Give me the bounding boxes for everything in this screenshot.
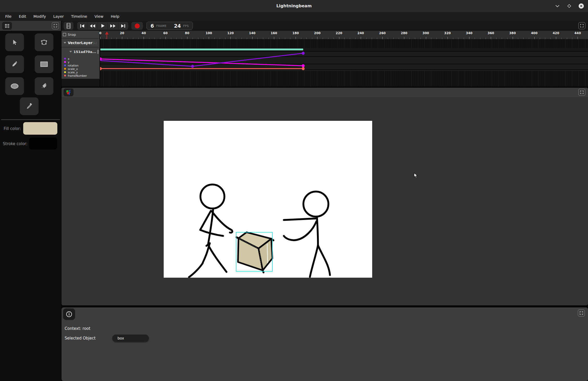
- ruler-label: 320: [444, 31, 451, 35]
- timeline-expand-button[interactable]: [578, 22, 585, 29]
- select-tool-button[interactable]: [5, 33, 24, 51]
- menu-item-file[interactable]: File: [2, 12, 15, 21]
- timeline-header: 6 FRAME 24 FPS: [62, 21, 588, 31]
- maximize-icon[interactable]: [566, 3, 572, 9]
- ruler-tick: [230, 37, 231, 39]
- ruler-label: 60: [163, 31, 168, 35]
- stage-drawing: [164, 121, 372, 278]
- sidebar-header: [0, 21, 61, 31]
- ruler-tick: [209, 37, 209, 39]
- ellipse-icon: [10, 83, 19, 89]
- property-scale_x[interactable]: scale_x: [62, 67, 100, 70]
- menu-item-help[interactable]: Help: [107, 12, 123, 21]
- timeline-ruler[interactable]: 0204060801001201401601802002202402602803…: [100, 31, 588, 39]
- property-color-dot: [64, 68, 66, 70]
- artboard[interactable]: [164, 121, 372, 278]
- mouse-cursor: [414, 173, 418, 178]
- selected-object-label: Selected Object: [65, 336, 96, 341]
- pencil-icon: [11, 61, 18, 68]
- timeline-tracks[interactable]: 0204060801001201401601802002202402602803…: [100, 31, 588, 87]
- frame-value: 6: [151, 23, 154, 29]
- skip-to-start-button[interactable]: [77, 22, 87, 30]
- object-name: 151ad70a...: [74, 50, 96, 54]
- transform-tool-button[interactable]: [35, 33, 53, 51]
- ruler-label: 440: [574, 31, 581, 35]
- property-rotation[interactable]: rotation: [62, 64, 100, 67]
- property-list: xyrotationscale_xscale_yframeNumber: [62, 57, 100, 77]
- menu-item-layer[interactable]: Layer: [50, 12, 67, 21]
- rectangle-icon: [40, 61, 48, 67]
- ruler-tick: [513, 37, 513, 39]
- property-color-dot: [64, 75, 66, 76]
- canvas-panel: [62, 88, 588, 305]
- selected-object-input[interactable]: box: [112, 335, 149, 342]
- expand-icon: [54, 24, 57, 27]
- skip-start-icon: [80, 24, 85, 28]
- ruler-tick: [317, 37, 317, 39]
- shapes-panel-button[interactable]: [64, 88, 74, 96]
- left-stick-figure[interactable]: [189, 184, 232, 277]
- menu-item-timeline[interactable]: Timeline: [68, 12, 91, 21]
- sidebar-expand-button[interactable]: [52, 22, 59, 29]
- ruler-label: 280: [401, 31, 407, 35]
- close-icon[interactable]: [578, 3, 584, 9]
- fps-label: FPS: [183, 24, 189, 27]
- shapes-icon: [66, 90, 71, 95]
- ruler-tick: [361, 37, 361, 39]
- canvas-expand-button[interactable]: [578, 89, 585, 96]
- inspector-expand-button[interactable]: [578, 309, 585, 317]
- property-y[interactable]: y: [62, 60, 100, 64]
- expand-icon: [580, 91, 584, 94]
- snap-label: Snap: [68, 33, 76, 37]
- app-window: Lightningbeam FileEditModifyLayerTimelin…: [0, 0, 588, 381]
- ellipse-tool-button[interactable]: [5, 77, 24, 95]
- property-name: rotation: [68, 64, 78, 67]
- ruler-label: 180: [292, 31, 299, 35]
- eyedropper-tool-button[interactable]: [20, 97, 39, 115]
- property-name: frameNumber: [68, 74, 87, 77]
- menu-item-modify[interactable]: Modify: [30, 12, 50, 21]
- ruler-tick: [252, 37, 253, 39]
- menu-item-edit[interactable]: Edit: [15, 12, 30, 21]
- menu-item-view[interactable]: View: [91, 12, 107, 21]
- ruler-tick: [491, 37, 491, 39]
- play-button[interactable]: [98, 22, 108, 30]
- ruler-tick: [100, 37, 101, 39]
- rewind-button[interactable]: [87, 22, 97, 30]
- layer-row-vectorlayer[interactable]: VectorLayer [L]: [62, 39, 100, 47]
- stroke-color-swatch[interactable]: [29, 138, 57, 150]
- property-color-dot: [64, 58, 66, 59]
- fps-value: 24: [174, 23, 181, 29]
- context-label: Context: root: [65, 326, 90, 331]
- snap-checkbox[interactable]: [63, 33, 66, 36]
- skip-to-end-button[interactable]: [118, 22, 128, 30]
- info-panel-button[interactable]: [63, 308, 75, 320]
- ruler-tick: [144, 37, 144, 39]
- record-button[interactable]: [131, 22, 143, 30]
- playhead[interactable]: [105, 32, 109, 39]
- rectangle-tool-button[interactable]: [35, 55, 53, 73]
- property-name: y: [68, 61, 69, 64]
- collapse-caret-icon[interactable]: [69, 51, 72, 52]
- film-panel-button[interactable]: [64, 22, 74, 30]
- collapse-caret-icon[interactable]: [64, 42, 66, 44]
- right-stick-figure[interactable]: [284, 192, 330, 277]
- panel-grid-button[interactable]: [2, 22, 12, 30]
- box-object[interactable]: [236, 232, 273, 272]
- object-swatch-button[interactable]: [97, 50, 99, 54]
- property-x[interactable]: x: [62, 57, 100, 60]
- paint-bucket-tool-button[interactable]: [35, 77, 53, 95]
- menu-bar: FileEditModifyLayerTimelineViewHelp: [0, 12, 588, 21]
- fast-forward-button[interactable]: [108, 22, 118, 30]
- fill-color-swatch[interactable]: [23, 122, 57, 135]
- expand-icon: [580, 24, 584, 27]
- frame-counter: 6 FRAME 24 FPS: [146, 22, 193, 30]
- property-frameNumber[interactable]: frameNumber: [62, 74, 100, 77]
- fast-forward-icon: [110, 24, 116, 28]
- minimize-icon[interactable]: [554, 3, 560, 9]
- keyframe-dot-x: [191, 65, 194, 68]
- object-row[interactable]: 151ad70a... ~: [62, 47, 100, 56]
- film-strip-icon: [66, 23, 71, 29]
- property-scale_y[interactable]: scale_y: [62, 70, 100, 74]
- pencil-tool-button[interactable]: [5, 55, 24, 73]
